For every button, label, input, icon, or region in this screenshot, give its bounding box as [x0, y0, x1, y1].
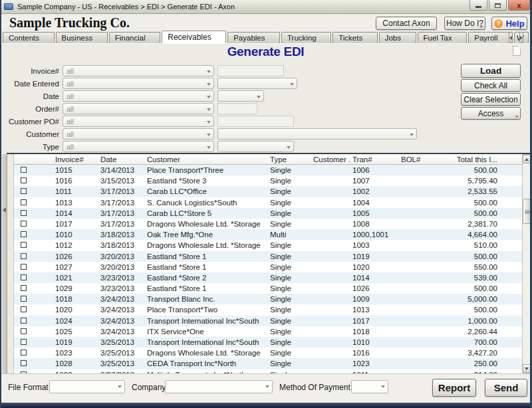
tab-contents[interactable]: Contents	[3, 32, 55, 43]
filter-type-secondary-dropdown[interactable]	[217, 141, 294, 152]
filter-date-entered-secondary-dropdown[interactable]	[217, 78, 297, 89]
tab-fuel-tax[interactable]: Fuel Tax	[418, 32, 467, 43]
filter-customer-po-dropdown[interactable]: all	[63, 116, 214, 127]
filter-date-entered-dropdown[interactable]: all	[63, 78, 214, 89]
table-row[interactable]: 10123/18/2013Dragons Wholesale Ltd. *Sto…	[14, 240, 522, 251]
cell-customer_po	[311, 348, 350, 358]
tab-scroll-right-button[interactable]	[519, 32, 523, 43]
maximize-button[interactable]	[489, 0, 507, 11]
table-row[interactable]: 10163/15/2013Eastland *Store 3Single1007…	[14, 175, 522, 186]
filter-customer-po-secondary-input[interactable]	[217, 116, 294, 127]
table-row[interactable]: 10213/23/2013Eastland *Store 2Single1014…	[14, 272, 522, 283]
cell-invoice: 1024	[53, 316, 98, 326]
filter-order-dropdown[interactable]: all	[63, 103, 214, 114]
table-row[interactable]: 10263/20/2013Eastland *Store 1Single1019…	[14, 251, 522, 262]
tab-financial[interactable]: Financial	[109, 32, 161, 43]
row-checkbox[interactable]	[21, 253, 27, 259]
filter-date-secondary-dropdown[interactable]	[217, 90, 264, 102]
scroll-thumb[interactable]	[523, 199, 531, 224]
row-checkbox[interactable]	[21, 210, 27, 216]
row-checkbox[interactable]	[21, 177, 27, 183]
row-checkbox[interactable]	[21, 231, 27, 237]
table-row[interactable]: 10203/24/2013Place Transport*TwoSingle10…	[14, 304, 522, 315]
cell-total: 1,000.00	[440, 316, 504, 326]
filter-date-dropdown[interactable]: all	[63, 90, 214, 102]
row-checkbox[interactable]	[21, 296, 27, 302]
filter-invoice-dropdown[interactable]: all	[63, 65, 214, 76]
tab-trucking[interactable]: Trucking	[281, 32, 331, 43]
table-row[interactable]: 10193/25/2013Transport International Inc…	[14, 337, 522, 348]
scroll-down-button[interactable]	[523, 364, 531, 373]
table-row[interactable]: 10173/17/2013Dragons Wholesale Ltd. *Sto…	[14, 219, 522, 229]
checkbox-cell	[14, 337, 53, 348]
table-row[interactable]: 10293/23/2013Eastland *Store 1Single1026…	[14, 283, 522, 294]
row-checkbox[interactable]	[21, 199, 27, 205]
table-row[interactable]: 10273/20/2013Eastland *Store 1Single1020…	[14, 262, 522, 272]
table-row[interactable]: 10243/24/2013Transport International Inc…	[14, 316, 522, 326]
column-header-1[interactable]: Invoice#	[53, 154, 98, 164]
row-checkbox[interactable]	[21, 328, 27, 334]
column-header-6[interactable]: Tran#	[350, 154, 398, 164]
tab-payables[interactable]: Payables	[227, 32, 280, 43]
scroll-up-button[interactable]	[523, 155, 531, 163]
clear-selection-button[interactable]: Clear Selection	[461, 93, 521, 106]
table-row[interactable]: 10153/14/2013Place Transport*ThreeSingle…	[14, 165, 522, 175]
column-header-7[interactable]: BOL#	[398, 154, 440, 164]
table-row[interactable]: 10113/17/2013Carab LLC*OfficeSingle10022…	[14, 186, 522, 197]
row-checkbox[interactable]	[21, 350, 27, 356]
column-header-3[interactable]: Customer	[144, 154, 267, 164]
column-header-8[interactable]: Total this I...	[440, 154, 504, 164]
table-row[interactable]: 10233/25/2013Dragons Wholesale Ltd. *Sto…	[14, 348, 522, 358]
row-checkbox[interactable]	[21, 242, 27, 248]
row-checkbox[interactable]	[21, 306, 27, 312]
check-all-button[interactable]: Check All	[461, 79, 521, 92]
table-row[interactable]: 10253/24/2013ITX Service*OneSingle10182,…	[14, 326, 522, 337]
access-label: Access	[478, 109, 504, 118]
close-button[interactable]: x	[508, 0, 530, 11]
table-row[interactable]: 10183/24/2013Transport Blanc Inc.Single1…	[14, 294, 522, 304]
tab-scroll-left-button[interactable]	[509, 32, 513, 43]
tab-jobs[interactable]: Jobs	[379, 32, 416, 43]
tab-business[interactable]: Business	[56, 32, 108, 43]
minimize-button[interactable]	[469, 0, 487, 11]
table-row[interactable]: 10283/25/2013CEDA Transport Inc*NorthSin…	[14, 358, 522, 369]
filter-type-dropdown[interactable]: all	[63, 141, 214, 152]
column-header-4[interactable]: Type	[267, 154, 311, 164]
file-format-dropdown[interactable]	[49, 380, 125, 393]
column-header-2[interactable]: Date	[98, 154, 144, 164]
row-checkbox[interactable]	[21, 188, 27, 194]
help-button[interactable]: ? Help	[491, 17, 527, 30]
table-vertical-scrollbar[interactable]	[522, 154, 531, 373]
page-notes-icon[interactable]	[513, 46, 521, 56]
cell-bol	[398, 175, 440, 186]
row-checkbox[interactable]	[21, 221, 27, 227]
table-row[interactable]: 10133/17/2013S. Canuck Logistics*SouthSi…	[14, 197, 522, 208]
report-button[interactable]: Report	[432, 379, 476, 397]
row-checkbox[interactable]	[21, 285, 27, 291]
row-checkbox[interactable]	[21, 274, 27, 280]
filter-invoice-secondary-input[interactable]	[217, 65, 284, 76]
filter-customer-secondary-dropdown[interactable]	[217, 128, 417, 140]
how-do-i-button[interactable]: How Do I?	[444, 17, 485, 30]
left-splitter[interactable]	[2, 154, 7, 373]
column-header-5[interactable]: Customer ...	[311, 154, 350, 164]
filter-customer-dropdown[interactable]: all	[63, 128, 214, 140]
row-checkbox[interactable]	[21, 264, 27, 270]
tab-tickets[interactable]: Tickets	[332, 32, 378, 43]
company-dropdown[interactable]	[165, 380, 273, 393]
method-of-payment-dropdown[interactable]	[351, 380, 388, 393]
filter-order-secondary-input[interactable]	[217, 103, 257, 114]
tab-receivables[interactable]: Receivables	[162, 31, 226, 43]
row-checkbox[interactable]	[21, 339, 27, 345]
contact-axon-button[interactable]: Contact Axon	[376, 17, 437, 30]
row-checkbox[interactable]	[21, 360, 27, 366]
send-button[interactable]: Send	[485, 379, 527, 397]
tab-payroll[interactable]: Payroll	[468, 32, 513, 43]
load-button[interactable]: Load	[461, 64, 521, 78]
row-checkbox[interactable]	[21, 318, 27, 324]
table-row[interactable]: 10143/17/2013Carab LLC*Store 5Single1005…	[14, 208, 522, 219]
access-button[interactable]: Access	[461, 107, 521, 120]
cell-customer: Carab LLC*Office	[144, 186, 267, 197]
table-row[interactable]: 10103/18/2013Oak Tree Mfg.*OneMulti1000,…	[14, 229, 522, 240]
row-checkbox[interactable]	[21, 167, 27, 173]
